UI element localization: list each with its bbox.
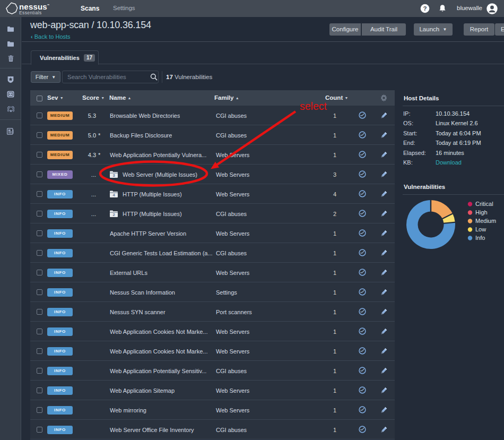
svg-text:3: 3 <box>112 173 115 178</box>
svg-text:?: ? <box>423 5 427 12</box>
svg-text:2: 2 <box>112 212 115 217</box>
